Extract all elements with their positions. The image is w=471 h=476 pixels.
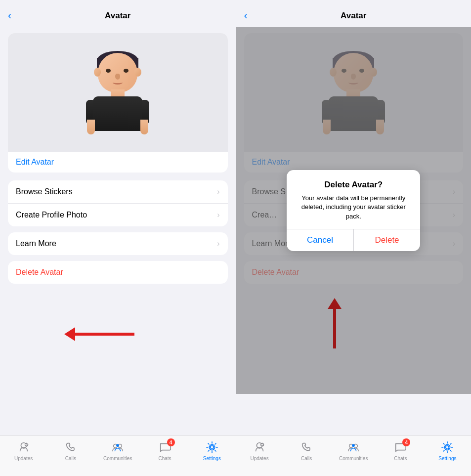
updates-tab-label: Updates — [14, 456, 33, 461]
svg-point-5 — [211, 446, 214, 449]
arrow-shaft — [75, 333, 134, 336]
left-arrow-indicator — [64, 327, 134, 341]
communities-icon — [111, 440, 125, 454]
svg-point-12 — [446, 446, 449, 449]
right-tab-chats[interactable]: 4 Chats — [385, 440, 415, 461]
r-updates-icon — [253, 440, 266, 454]
r-updates-tab-label: Updates — [250, 456, 268, 461]
left-back-button[interactable]: ‹ — [8, 9, 11, 22]
calls-tab-label: Calls — [65, 456, 76, 461]
dialog-title: Delete Avatar? — [295, 180, 412, 190]
left-avatar-image-area — [8, 33, 228, 152]
red-arrow-left — [64, 327, 134, 341]
left-tab-chats[interactable]: 4 Chats — [150, 440, 180, 461]
right-tab-settings[interactable]: Settings — [432, 440, 462, 461]
right-content: Edit Avatar Browse S… › Crea… › Learn Mo… — [236, 27, 471, 435]
delete-avatar-label: Delete Avatar — [16, 268, 63, 277]
left-delete-avatar-item[interactable]: Delete Avatar — [8, 261, 228, 284]
left-header: ‹ Avatar — [0, 0, 236, 27]
left-learn-more-item[interactable]: Learn More › — [8, 232, 228, 255]
r-calls-icon — [300, 440, 313, 454]
updates-icon — [17, 440, 31, 454]
avatar-body — [93, 96, 142, 131]
svg-point-11 — [352, 444, 355, 447]
learn-more-label: Learn More — [16, 239, 56, 248]
left-create-profile-photo-item[interactable]: Create Profile Photo › — [8, 204, 228, 226]
left-avatar-3d — [83, 43, 152, 142]
calls-icon — [64, 440, 78, 454]
dialog-delete-button[interactable]: Delete — [354, 229, 421, 251]
left-browse-stickers-item[interactable]: Browse Stickers › — [8, 180, 228, 204]
r-chats-icon: 4 — [393, 440, 407, 454]
settings-tab-label: Settings — [203, 456, 221, 461]
left-edit-avatar-button[interactable]: Edit Avatar — [8, 152, 228, 173]
dialog-message: Your avatar data will be permanently del… — [295, 194, 412, 221]
dialog-cancel-button[interactable]: Cancel — [287, 229, 354, 251]
left-avatar-card: Edit Avatar — [8, 33, 228, 173]
create-profile-photo-label: Create Profile Photo — [16, 211, 87, 219]
left-menu-group-3: Delete Avatar — [8, 261, 228, 284]
r-settings-tab-label: Settings — [438, 456, 456, 461]
r-calls-tab-label: Calls — [301, 456, 312, 461]
chats-tab-label: Chats — [158, 456, 171, 461]
left-content: Edit Avatar Browse Stickers › Create Pro… — [0, 27, 236, 435]
dialog-buttons: Cancel Delete — [287, 229, 420, 251]
learn-more-chevron-icon: › — [217, 239, 219, 248]
left-tab-settings[interactable]: Settings — [197, 440, 227, 461]
right-tab-bar: Updates Calls Communities — [236, 435, 471, 476]
r-communities-icon — [346, 440, 360, 454]
create-profile-photo-chevron-icon: › — [217, 211, 219, 219]
dialog-content: Delete Avatar? Your avatar data will be … — [287, 170, 420, 229]
right-header: ‹ Avatar — [236, 0, 471, 27]
r-communities-tab-label: Communities — [339, 456, 368, 461]
left-tab-bar: Updates Calls Communities — [0, 435, 236, 476]
right-page-title: Avatar — [341, 11, 366, 21]
right-tab-communities[interactable]: Communities — [339, 440, 368, 461]
delete-avatar-dialog: Delete Avatar? Your avatar data will be … — [287, 170, 420, 251]
chats-badge: 4 — [167, 438, 175, 446]
avatar-arm-right — [140, 120, 148, 134]
avatar-arm-left — [87, 120, 95, 134]
left-page-title: Avatar — [105, 11, 130, 21]
svg-point-4 — [116, 444, 119, 447]
avatar-ear-right — [134, 68, 141, 77]
communities-tab-label: Communities — [103, 456, 132, 461]
right-tab-updates[interactable]: Updates — [245, 440, 274, 461]
right-back-button[interactable]: ‹ — [244, 9, 248, 22]
left-tab-calls[interactable]: Calls — [56, 440, 86, 461]
avatar-head — [98, 53, 137, 92]
r-settings-icon — [440, 440, 454, 454]
arrow-head-icon — [64, 327, 75, 341]
right-tab-calls[interactable]: Calls — [292, 440, 321, 461]
r-chats-tab-label: Chats — [394, 456, 407, 461]
chats-icon: 4 — [158, 440, 172, 454]
right-panel: ‹ Avatar — [236, 0, 471, 476]
dialog-overlay: Delete Avatar? Your avatar data will be … — [236, 27, 471, 394]
browse-stickers-chevron-icon: › — [217, 187, 219, 196]
r-chats-badge: 4 — [402, 438, 410, 446]
left-menu-group-2: Learn More › — [8, 232, 228, 255]
browse-stickers-label: Browse Stickers — [16, 187, 73, 196]
left-tab-updates[interactable]: Updates — [9, 440, 39, 461]
settings-icon — [205, 440, 219, 454]
left-panel: ‹ Avatar — [0, 0, 236, 476]
left-tab-communities[interactable]: Communities — [103, 440, 132, 461]
left-menu-group-1: Browse Stickers › Create Profile Photo › — [8, 180, 228, 226]
